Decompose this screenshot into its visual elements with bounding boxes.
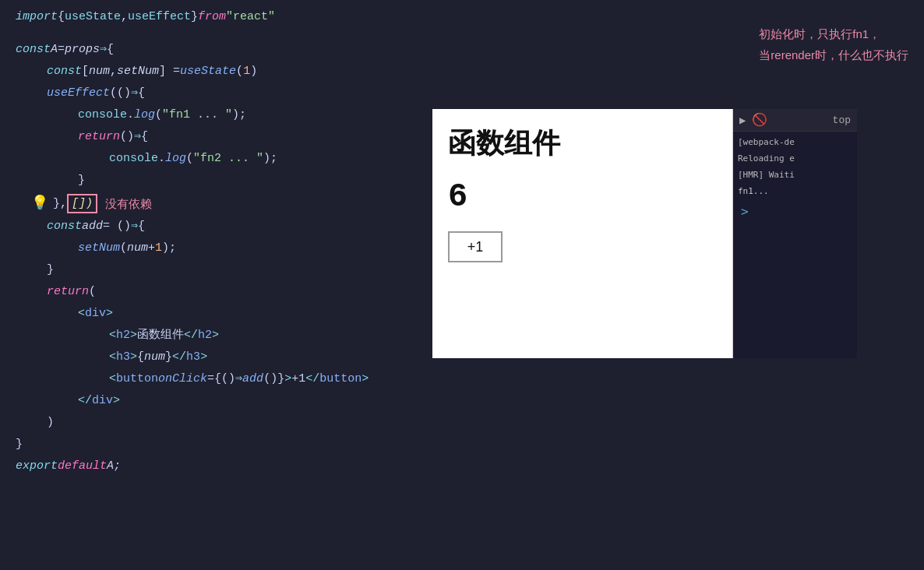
dependency-array-highlight: []) [67,194,97,213]
preview-number: 6 [448,178,717,216]
keyword-import: import [16,7,58,27]
play-icon[interactable]: ▶ [739,114,746,127]
annotation-line-1: 初始化时，只执行fn1， [759,23,908,44]
console-chevron: > [738,200,852,223]
console-panel: ▶ 🚫 top [webpack-de Reloading e [HMR] Wa… [732,109,857,358]
preview-panel: 函数组件 6 +1 ▶ 🚫 top [webpack-de Reloading … [432,109,857,358]
annotation-box: 初始化时，只执行fn1， 当rerender时，什么也不执行 [759,23,908,65]
keyword-from: from [198,7,226,27]
console-line-3: [HMR] Waiti [738,167,852,184]
code-line-5: useEffect (( ) ⇒ { [16,83,924,104]
code-line-21: } [16,434,924,456]
top-label: top [833,114,851,126]
console-line-1: [webpack-de [738,135,852,151]
console-line-2: Reloading e [738,151,852,167]
preview-increment-button[interactable]: +1 [448,231,503,262]
console-line-fn1: fn1... [738,184,852,200]
block-icon[interactable]: 🚫 [752,112,767,128]
code-line-19: </ div > [16,390,924,412]
no-dependency-label: 没有依赖 [105,194,152,214]
console-toolbar: ▶ 🚫 top [733,109,857,132]
annotation-line-2: 当rerender时，什么也不执行 [759,44,908,65]
console-lines: [webpack-de Reloading e [HMR] Waiti fn1.… [733,132,857,227]
code-line-22: export default A; [16,456,924,477]
preview-content: 函数组件 6 +1 [432,109,732,358]
code-line-20: ) [16,412,924,434]
lightbulb-icon: 💡 [31,192,48,216]
code-line-18: < button onClick ={ () ⇒ add ()} > +1 </… [16,368,924,390]
preview-title: 函数组件 [448,125,717,163]
